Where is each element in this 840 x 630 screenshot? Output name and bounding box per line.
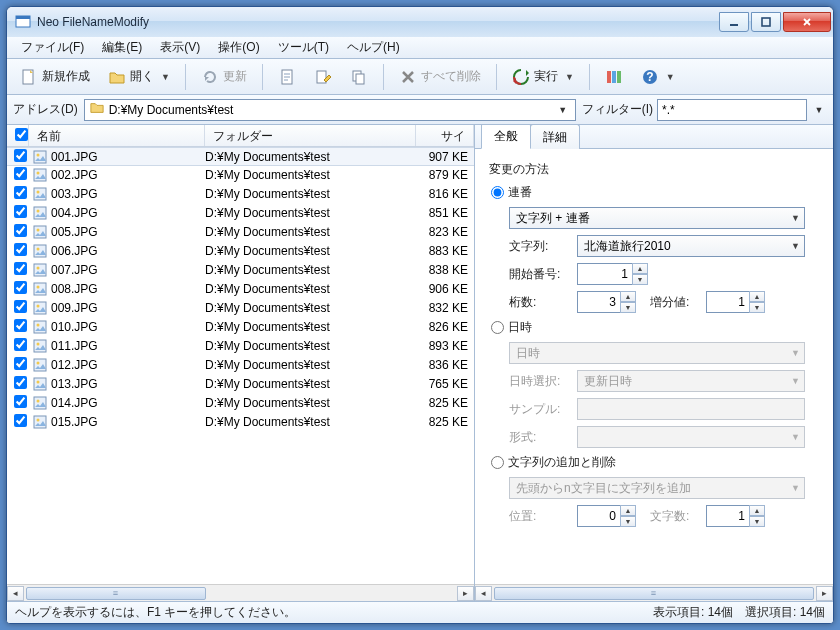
col-size-header[interactable]: サイ	[416, 125, 474, 146]
pos-spinner[interactable]: ▲▼	[577, 505, 636, 527]
run-button[interactable]: 実行 ▼	[505, 63, 581, 91]
row-checkbox[interactable]	[14, 224, 27, 237]
menu-edit[interactable]: 編集(E)	[94, 37, 150, 58]
spin-down-icon[interactable]: ▼	[749, 302, 765, 313]
rename-button[interactable]	[307, 63, 339, 91]
table-row[interactable]: 004.JPGD:¥My Documents¥test851 KE	[7, 204, 474, 223]
tab-detail[interactable]: 詳細	[530, 125, 580, 149]
svg-point-17	[37, 172, 40, 175]
spin-down-icon[interactable]: ▼	[632, 274, 648, 285]
scroll-thumb[interactable]: ≡	[26, 587, 206, 600]
row-checkbox[interactable]	[14, 149, 27, 162]
table-row[interactable]: 012.JPGD:¥My Documents¥test836 KE	[7, 356, 474, 375]
table-row[interactable]: 014.JPGD:¥My Documents¥test825 KE	[7, 394, 474, 413]
table-row[interactable]: 003.JPGD:¥My Documents¥test816 KE	[7, 185, 474, 204]
scroll-right-button[interactable]: ▸	[816, 586, 833, 601]
spin-up-icon[interactable]: ▲	[620, 291, 636, 302]
menu-view[interactable]: 表示(V)	[152, 37, 208, 58]
table-row[interactable]: 010.JPGD:¥My Documents¥test826 KE	[7, 318, 474, 337]
tab-general[interactable]: 全般	[481, 125, 531, 149]
chars-input[interactable]	[706, 505, 750, 527]
dt-select-combo[interactable]: 更新日時 ▼	[577, 370, 805, 392]
table-row[interactable]: 009.JPGD:¥My Documents¥test832 KE	[7, 299, 474, 318]
delete-all-button[interactable]: すべて削除	[392, 63, 488, 91]
titlebar[interactable]: Neo FileNameModify	[7, 7, 833, 37]
table-row[interactable]: 007.JPGD:¥My Documents¥test838 KE	[7, 261, 474, 280]
start-spinner[interactable]: ▲▼	[577, 263, 648, 285]
table-row[interactable]: 011.JPGD:¥My Documents¥test893 KE	[7, 337, 474, 356]
filter-dropdown-icon[interactable]: ▼	[811, 105, 827, 115]
spin-down-icon[interactable]: ▼	[620, 516, 636, 527]
maximize-button[interactable]	[751, 12, 781, 32]
row-checkbox[interactable]	[14, 376, 27, 389]
table-row[interactable]: 015.JPGD:¥My Documents¥test825 KE	[7, 413, 474, 432]
menu-tools[interactable]: ツール(T)	[270, 37, 337, 58]
col-checkbox-header[interactable]	[7, 125, 29, 146]
horizontal-scrollbar[interactable]: ◂ ≡ ▸	[7, 584, 474, 601]
scroll-right-button[interactable]: ▸	[457, 586, 474, 601]
address-dropdown-icon[interactable]: ▼	[555, 105, 571, 115]
file-list[interactable]: 001.JPGD:¥My Documents¥test907 KE002.JPG…	[7, 147, 474, 584]
row-checkbox[interactable]	[14, 319, 27, 332]
pos-input[interactable]	[577, 505, 621, 527]
open-button[interactable]: 開く ▼	[101, 63, 177, 91]
radio-renban[interactable]	[491, 186, 504, 199]
scroll-left-button[interactable]: ◂	[475, 586, 492, 601]
spin-up-icon[interactable]: ▲	[620, 505, 636, 516]
start-input[interactable]	[577, 263, 633, 285]
menu-help[interactable]: ヘルプ(H)	[339, 37, 408, 58]
col-folder-header[interactable]: フォルダー	[205, 125, 416, 146]
string-combo[interactable]: 北海道旅行2010 ▼	[577, 235, 805, 257]
address-field[interactable]: ▼	[84, 99, 576, 121]
digits-input[interactable]	[577, 291, 621, 313]
datetime-combo[interactable]: 日時 ▼	[509, 342, 805, 364]
minimize-button[interactable]	[719, 12, 749, 32]
row-checkbox[interactable]	[14, 300, 27, 313]
scroll-left-button[interactable]: ◂	[7, 586, 24, 601]
col-name-header[interactable]: 名前	[29, 125, 205, 146]
row-checkbox[interactable]	[14, 262, 27, 275]
row-checkbox[interactable]	[14, 338, 27, 351]
copy-button[interactable]	[343, 63, 375, 91]
row-checkbox[interactable]	[14, 281, 27, 294]
spin-up-icon[interactable]: ▲	[632, 263, 648, 274]
table-row[interactable]: 005.JPGD:¥My Documents¥test823 KE	[7, 223, 474, 242]
menu-file[interactable]: ファイル(F)	[13, 37, 92, 58]
horizontal-scrollbar-right[interactable]: ◂ ≡ ▸	[475, 584, 833, 601]
spin-down-icon[interactable]: ▼	[620, 302, 636, 313]
new-button[interactable]: 新規作成	[13, 63, 97, 91]
refresh-button[interactable]: 更新	[194, 63, 254, 91]
row-checkbox[interactable]	[14, 167, 27, 180]
spin-up-icon[interactable]: ▲	[749, 291, 765, 302]
help-button[interactable]: ?▼	[634, 63, 682, 91]
close-button[interactable]	[783, 12, 831, 32]
table-row[interactable]: 001.JPGD:¥My Documents¥test907 KE	[7, 147, 474, 166]
chars-spinner[interactable]: ▲▼	[706, 505, 765, 527]
row-checkbox[interactable]	[14, 395, 27, 408]
table-row[interactable]: 002.JPGD:¥My Documents¥test879 KE	[7, 166, 474, 185]
incr-input[interactable]	[706, 291, 750, 313]
edit-button[interactable]	[271, 63, 303, 91]
row-checkbox[interactable]	[14, 414, 27, 427]
filter-input[interactable]	[657, 99, 807, 121]
address-input[interactable]	[109, 103, 551, 117]
table-row[interactable]: 008.JPGD:¥My Documents¥test906 KE	[7, 280, 474, 299]
radio-addremove[interactable]	[491, 456, 504, 469]
incr-spinner[interactable]: ▲▼	[706, 291, 765, 313]
row-checkbox[interactable]	[14, 243, 27, 256]
digits-spinner[interactable]: ▲▼	[577, 291, 636, 313]
addremove-combo[interactable]: 先頭からn文字目に文字列を追加 ▼	[509, 477, 805, 499]
spin-down-icon[interactable]: ▼	[749, 516, 765, 527]
row-checkbox[interactable]	[14, 205, 27, 218]
menu-operation[interactable]: 操作(O)	[210, 37, 267, 58]
scroll-thumb[interactable]: ≡	[494, 587, 814, 600]
spin-up-icon[interactable]: ▲	[749, 505, 765, 516]
radio-datetime[interactable]	[491, 321, 504, 334]
mode-combo[interactable]: 文字列 + 連番 ▼	[509, 207, 805, 229]
row-checkbox[interactable]	[14, 186, 27, 199]
table-row[interactable]: 006.JPGD:¥My Documents¥test883 KE	[7, 242, 474, 261]
table-row[interactable]: 013.JPGD:¥My Documents¥test765 KE	[7, 375, 474, 394]
format-combo[interactable]: ▼	[577, 426, 805, 448]
row-checkbox[interactable]	[14, 357, 27, 370]
books-button[interactable]	[598, 63, 630, 91]
